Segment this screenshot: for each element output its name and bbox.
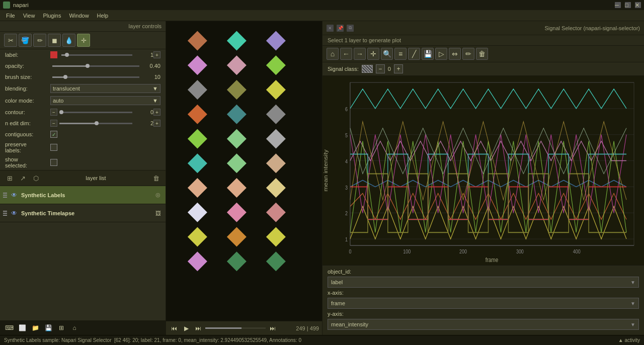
layer-list-header: ⊞ ↗ ⬡ layer list 🗑 <box>0 170 166 186</box>
layer-drag-handle <box>3 193 7 198</box>
svg-text:400: 400 <box>573 248 581 254</box>
canvas-toolbar: ⏮ ▶ ⏭ ⏭ 249 | 499 <box>166 321 322 335</box>
signal-class-row: Signal class: − 0 + <box>323 62 644 76</box>
signal-class-increment[interactable]: + <box>394 64 403 73</box>
statusbar-layer: Synthetic Labels <box>4 337 41 343</box>
layer-delete-button[interactable]: 🗑 <box>150 172 162 184</box>
n-edit-dim-slider[interactable] <box>59 123 132 124</box>
contour-increment[interactable]: + <box>153 109 160 116</box>
blending-dropdown[interactable]: translucent ▼ <box>50 84 160 93</box>
x-axis-dropdown[interactable]: frame ▼ <box>328 298 639 309</box>
play-back-button[interactable]: ⏮ <box>169 323 179 333</box>
color-mode-row: color mode: auto ▼ <box>0 95 166 107</box>
plot-save-button[interactable]: 💾 <box>422 48 434 60</box>
menu-view[interactable]: View <box>19 12 39 20</box>
plot-trendline-button[interactable]: ╱ <box>408 48 420 60</box>
signal-class-decrement[interactable]: − <box>376 64 385 73</box>
show-selected-label: showselected: <box>5 156 50 168</box>
signal-close-button[interactable]: ✕ <box>327 25 334 32</box>
plot-home-button[interactable]: ⌂ <box>327 48 339 60</box>
play-forward-button[interactable]: ⏭ <box>193 323 203 333</box>
object-id-label: object_id: <box>328 269 368 275</box>
paintbucket-tool[interactable]: 🪣 <box>19 34 32 47</box>
layer-type-labels-icon: ◎ <box>153 191 163 200</box>
folder-button[interactable]: 📁 <box>30 323 40 333</box>
layer-lasso-button[interactable]: ⬡ <box>30 172 41 184</box>
play-end-button[interactable]: ⏭ <box>268 323 278 333</box>
plot-pan-button[interactable]: ✛ <box>367 48 379 60</box>
layer-item-synthetic-labels[interactable]: 👁 Synthetic Labels ◎ <box>0 186 166 204</box>
save-button[interactable]: 💾 <box>43 323 53 333</box>
fill-tool[interactable]: ◼ <box>48 34 61 47</box>
opacity-slider[interactable] <box>52 65 139 67</box>
brush-size-label: brush size: <box>5 74 50 80</box>
brush-size-slider[interactable] <box>52 76 139 78</box>
layer-tools-row: ✂ 🪣 ✏ ◼ 💧 ✛ <box>0 32 166 49</box>
titlebar: napari ─ □ ✕ <box>0 0 644 10</box>
label-color-swatch[interactable] <box>50 51 57 58</box>
signal-pin-button[interactable]: 📌 <box>337 25 344 32</box>
menu-window[interactable]: Window <box>65 12 93 20</box>
plot-forward-button[interactable]: → <box>354 48 366 60</box>
x-axis-row: x-axis: <box>328 290 639 296</box>
layer-select-button[interactable]: ↗ <box>17 172 28 184</box>
preserve-labels-checkbox[interactable] <box>50 144 57 151</box>
y-axis-value-row: mean_intensity ▼ <box>328 319 639 330</box>
object-id-arrow-icon: ▼ <box>630 280 635 285</box>
eyedropper-tool[interactable]: 💧 <box>62 34 75 47</box>
preserve-labels-label: preservelabels: <box>5 141 50 153</box>
square-button[interactable]: ⬜ <box>17 323 27 333</box>
plot-delete-button[interactable]: 🗑 <box>476 48 488 60</box>
blending-row: blending: translucent ▼ <box>0 82 166 95</box>
n-edit-dim-value: 2 <box>134 120 153 126</box>
color-mode-dropdown[interactable]: auto ▼ <box>50 96 160 105</box>
terminal-button[interactable]: ⌨ <box>4 323 14 333</box>
x-axis-value-row: frame ▼ <box>328 298 639 309</box>
menu-plugins[interactable]: Plugins <box>39 12 65 20</box>
object-id-dropdown[interactable]: label ▼ <box>328 277 639 288</box>
play-button[interactable]: ▶ <box>181 323 191 333</box>
label-slider[interactable] <box>61 54 132 56</box>
n-edit-dim-increment[interactable]: + <box>153 120 160 127</box>
signal-close-buttons: ✕ 📌 ⧉ <box>327 25 354 32</box>
signal-float-button[interactable]: ⧉ <box>347 25 354 32</box>
menubar: File View Plugins Window Help <box>0 10 644 21</box>
contour-slider[interactable] <box>59 112 132 113</box>
contiguous-checkbox[interactable]: ✓ <box>50 131 57 138</box>
close-button[interactable]: ✕ <box>635 2 641 8</box>
blending-label: blending: <box>5 85 50 92</box>
opacity-row: opacity: 0.40 <box>0 60 166 71</box>
scissors-tool[interactable]: ✂ <box>4 34 17 47</box>
move-tool[interactable]: ✛ <box>77 34 90 47</box>
signal-bottom-controls: object_id: label ▼ x-axis: frame ▼ y-a <box>323 265 644 335</box>
svg-text:200: 200 <box>459 248 467 254</box>
layer-grid-button[interactable]: ⊞ <box>4 172 15 184</box>
plot-settings-button[interactable]: ≡ <box>394 48 407 60</box>
svg-text:1: 1 <box>345 236 348 242</box>
home-button[interactable]: ⌂ <box>69 323 79 333</box>
n-edit-dim-decrement[interactable]: − <box>50 120 57 127</box>
plot-span-button[interactable]: ⇔ <box>449 48 461 60</box>
grid-button[interactable]: ⊞ <box>56 323 66 333</box>
plot-select-button[interactable]: ▷ <box>435 48 447 60</box>
layer-visible-icon-2[interactable]: 👁 <box>9 208 19 218</box>
plot-zoom-button[interactable]: 🔍 <box>381 48 393 60</box>
layer-visible-icon[interactable]: 👁 <box>9 190 19 200</box>
frame-slider[interactable] <box>205 327 266 329</box>
plot-brush-button[interactable]: ✏ <box>462 48 474 60</box>
contour-decrement[interactable]: − <box>50 109 57 116</box>
show-selected-checkbox[interactable] <box>50 159 57 166</box>
y-axis-dropdown[interactable]: mean_intensity ▼ <box>328 319 639 330</box>
blending-arrow-icon: ▼ <box>152 85 158 92</box>
menu-file[interactable]: File <box>2 12 19 20</box>
statusbar: Synthetic Labels sample: Napari Signal S… <box>0 335 644 345</box>
layer-item-synthetic-timelapse[interactable]: 👁 Synthetic Timelapse 🖼 <box>0 204 166 222</box>
window-controls[interactable]: ─ □ ✕ <box>615 2 641 8</box>
minimize-button[interactable]: ─ <box>615 2 621 8</box>
plot-back-button[interactable]: ← <box>340 48 352 60</box>
maximize-button[interactable]: □ <box>625 2 631 8</box>
svg-text:300: 300 <box>516 248 524 254</box>
pencil-tool[interactable]: ✏ <box>33 34 46 47</box>
label-increment[interactable]: + <box>153 51 160 58</box>
menu-help[interactable]: Help <box>93 12 113 20</box>
